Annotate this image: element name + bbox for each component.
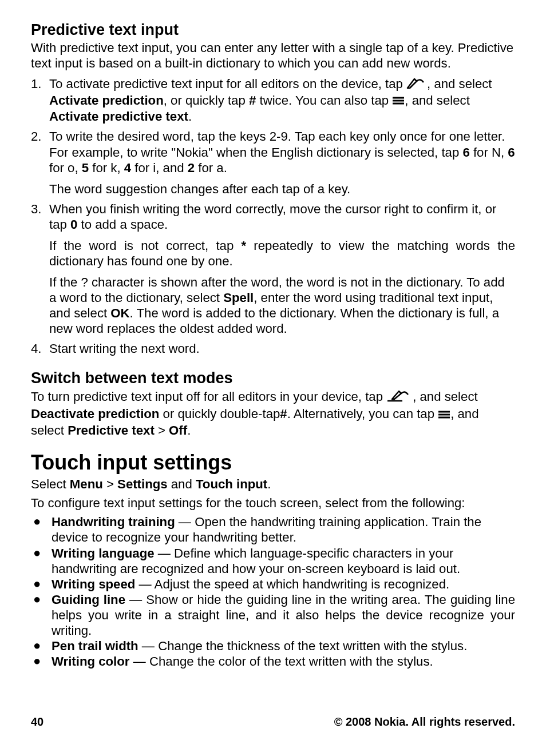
paragraph: Start writing the next word. <box>49 341 515 356</box>
key-label: 6 <box>462 145 469 160</box>
text: If the word is not correct, tap <box>49 238 241 253</box>
bullet-icon: ● <box>31 592 52 607</box>
menu-option: Touch input <box>196 477 267 491</box>
text: for k, <box>89 161 124 175</box>
pen-underline-icon <box>386 389 413 406</box>
setting-name: Guiding line <box>52 592 125 607</box>
text: or quickly double-tap <box>159 407 280 421</box>
list-item: ● Pen trail width — Change the thickness… <box>31 638 515 654</box>
manual-page: Predictive text input With predictive te… <box>0 0 546 756</box>
menu-option: Menu <box>70 477 103 491</box>
bullet-icon: ● <box>31 654 52 669</box>
text: for a. <box>195 161 227 175</box>
key-label: 5 <box>82 161 89 175</box>
list-item: ● Guiding line — Show or hide the guidin… <box>31 592 515 638</box>
setting-description: — Change the thickness of the text writt… <box>139 639 468 653</box>
key-label: 4 <box>124 161 131 175</box>
key-label: * <box>241 238 246 253</box>
heading-touch-input-settings: Touch input settings <box>31 451 515 474</box>
list-item: ● Writing language — Define which langua… <box>31 546 515 576</box>
text: . <box>187 423 191 437</box>
page-number: 40 <box>31 715 43 729</box>
breadcrumb-separator: > <box>103 477 117 491</box>
text: . <box>188 109 192 124</box>
step-number: 2. <box>31 129 49 144</box>
text: and <box>168 477 196 491</box>
menu-lines-icon <box>392 93 405 109</box>
text: for o, <box>49 161 82 175</box>
menu-lines-icon <box>438 407 450 423</box>
step-number: 3. <box>31 201 49 217</box>
breadcrumb-separator: > <box>155 423 169 437</box>
list-item: ● Writing speed — Adjust the speed at wh… <box>31 576 515 592</box>
list-item: ● Writing color — Change the color of th… <box>31 654 515 669</box>
key-label: 0 <box>70 217 77 232</box>
key-label: 6 <box>508 145 515 160</box>
menu-option: Spell <box>223 291 254 305</box>
pen-icon <box>406 77 427 93</box>
setting-name: Handwriting training <box>52 515 175 529</box>
copyright-notice: © 2008 Nokia. All rights reserved. <box>334 715 515 729</box>
step-number: 1. <box>31 76 49 91</box>
text: To write the desired word, tap the keys … <box>49 129 505 159</box>
text: , or quickly tap <box>164 93 249 108</box>
ordered-steps-list: 1. To activate predictive text input for… <box>31 76 515 359</box>
menu-option: Activate predictive text <box>49 109 188 124</box>
text: , and select <box>413 389 477 404</box>
heading-switch-text-modes: Switch between text modes <box>31 369 515 387</box>
key-label: 2 <box>188 161 195 175</box>
heading-predictive-text-input: Predictive text input <box>31 21 515 39</box>
key-label: # <box>249 93 256 108</box>
text: . <box>267 477 271 491</box>
menu-option: Deactivate prediction <box>31 407 159 421</box>
text: , and select <box>427 77 492 91</box>
list-item: ● Handwriting training — Open the handwr… <box>31 514 515 545</box>
key-label: # <box>280 407 287 421</box>
bullet-icon: ● <box>31 638 52 654</box>
menu-option: OK <box>110 306 129 320</box>
paragraph: With predictive text input, you can ente… <box>31 40 515 71</box>
setting-description: — Adjust the speed at which handwriting … <box>135 577 449 591</box>
step-number: 4. <box>31 341 49 356</box>
page-footer: 40 © 2008 Nokia. All rights reserved. <box>31 715 515 729</box>
bullet-icon: ● <box>31 576 52 592</box>
menu-option: Off <box>169 423 187 437</box>
text: Select <box>31 477 70 491</box>
text: To activate predictive text input for al… <box>49 77 406 91</box>
setting-name: Writing language <box>52 546 155 560</box>
paragraph: The word suggestion changes after each t… <box>49 181 515 197</box>
text: for N, <box>470 145 508 160</box>
list-item: 2. To write the desired word, tap the ke… <box>31 129 515 198</box>
list-item: 4. Start writing the next word. <box>31 341 515 359</box>
menu-option: Activate prediction <box>49 93 164 108</box>
text: twice. You can also tap <box>256 93 392 108</box>
text: to add a space. <box>77 217 168 232</box>
setting-name: Writing speed <box>52 577 135 591</box>
setting-description: — Change the color of the text written w… <box>129 654 433 669</box>
bullet-icon: ● <box>31 514 52 530</box>
setting-name: Writing color <box>52 654 129 669</box>
menu-option: Predictive text <box>68 423 155 437</box>
list-item: 1. To activate predictive text input for… <box>31 76 515 127</box>
settings-bullet-list: ● Handwriting training — Open the handwr… <box>31 514 515 669</box>
menu-option: Settings <box>117 477 168 491</box>
text: , and select <box>405 93 469 108</box>
setting-name: Pen trail width <box>52 639 139 653</box>
bullet-icon: ● <box>31 546 52 561</box>
paragraph: To configure text input settings for the… <box>31 495 515 511</box>
list-item: 3. When you finish writing the word corr… <box>31 201 515 339</box>
text: . Alternatively, you can tap <box>287 407 438 421</box>
text: for i, and <box>131 161 188 175</box>
text: To turn predictive text input off for al… <box>31 389 386 404</box>
